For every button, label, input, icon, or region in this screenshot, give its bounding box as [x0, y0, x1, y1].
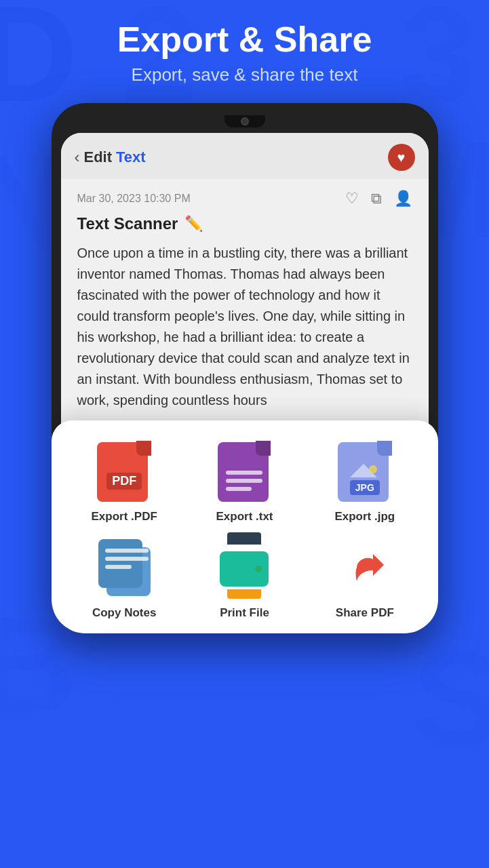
app-content: Mar 30, 2023 10:30 PM ♡ ⧉ 👤 Text Scanner…: [61, 179, 429, 422]
actions-grid: PDF Export .PDF: [68, 441, 422, 620]
phone-camera: [241, 117, 249, 125]
pdf-icon-container: PDF: [94, 441, 155, 502]
meta-row: Mar 30, 2023 10:30 PM ♡ ⧉ 👤: [77, 190, 412, 208]
action-export-txt[interactable]: Export .txt: [188, 441, 301, 524]
doc-title: Text Scanner ✏️: [77, 214, 412, 233]
action-share-pdf[interactable]: Share PDF: [308, 537, 421, 620]
jpg-icon-container: JPG: [334, 441, 395, 502]
action-export-pdf[interactable]: PDF Export .PDF: [68, 441, 181, 524]
sub-title: Export, save & share the text: [117, 64, 372, 85]
phone-mockup: ‹ Edit Text ♥ Mar 30, 2023 10:30 PM ♡ ⧉: [52, 103, 438, 633]
edit-label: Edit: [84, 149, 113, 166]
main-content: Export & Share Export, save & share the …: [0, 0, 489, 868]
action-copy-notes[interactable]: Copy Notes: [68, 537, 181, 620]
pdf-file-icon: PDF: [97, 441, 151, 502]
share-arrow-svg: [343, 546, 387, 589]
copy-notes-icon: [96, 539, 153, 596]
action-print-file[interactable]: Print File: [188, 537, 301, 620]
app-header: ‹ Edit Text ♥: [61, 133, 429, 179]
print-file-label: Print File: [220, 606, 269, 620]
export-jpg-label: Export .jpg: [334, 510, 395, 524]
like-icon[interactable]: ♡: [345, 190, 359, 208]
favorite-button[interactable]: ♥: [388, 144, 415, 171]
export-txt-label: Export .txt: [216, 510, 273, 524]
txt-icon-container: [214, 441, 275, 502]
copy-icon[interactable]: ⧉: [371, 190, 382, 208]
text-label: Text: [116, 149, 146, 166]
print-icon-container: [214, 537, 275, 598]
phone-notch: [224, 115, 265, 127]
back-button[interactable]: ‹ Edit Text: [75, 148, 146, 167]
back-arrow-icon: ‹: [75, 148, 80, 167]
copy-notes-label: Copy Notes: [92, 606, 156, 620]
txt-file-icon: [218, 441, 271, 502]
share-icon-container: [334, 537, 395, 598]
phone-screen: ‹ Edit Text ♥ Mar 30, 2023 10:30 PM ♡ ⧉: [61, 133, 429, 621]
export-pdf-label: Export .PDF: [92, 510, 157, 524]
meta-icons: ♡ ⧉ 👤: [345, 190, 412, 208]
share-user-icon[interactable]: 👤: [394, 190, 412, 208]
header-section: Export & Share Export, save & share the …: [104, 0, 386, 96]
date-label: Mar 30, 2023 10:30 PM: [77, 193, 191, 205]
phone-frame: ‹ Edit Text ♥ Mar 30, 2023 10:30 PM ♡ ⧉: [52, 103, 438, 633]
jpg-file-icon: JPG: [338, 441, 392, 502]
main-title: Export & Share: [117, 20, 372, 59]
heart-icon: ♥: [397, 150, 406, 165]
share-pdf-icon: [336, 539, 393, 596]
edit-icon[interactable]: ✏️: [184, 215, 203, 233]
svg-point-1: [369, 465, 377, 473]
action-export-jpg[interactable]: JPG Export .jpg: [308, 441, 421, 524]
doc-body: Once upon a time in a bustling city, the…: [77, 243, 412, 411]
copy-notes-icon-container: [94, 537, 155, 598]
print-file-icon: [216, 539, 273, 596]
bottom-sheet: PDF Export .PDF: [61, 420, 429, 621]
share-pdf-label: Share PDF: [336, 606, 394, 620]
